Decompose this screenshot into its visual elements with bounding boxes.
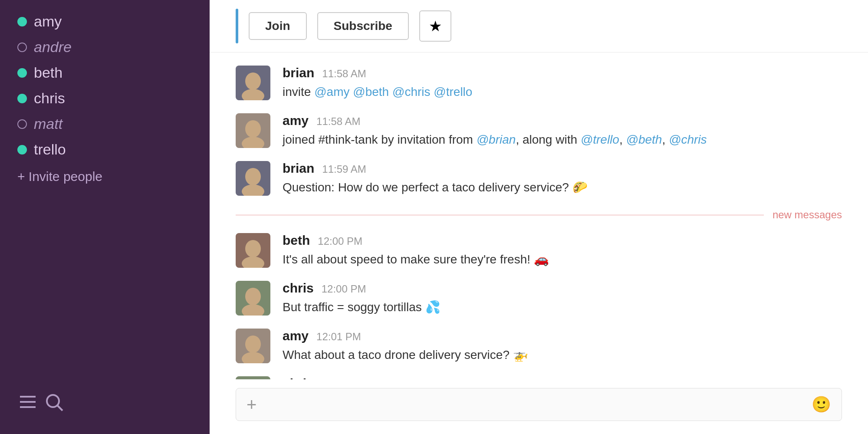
message-header: amy12:01 PM	[283, 329, 842, 343]
message-author: amy	[283, 329, 309, 343]
svg-point-9	[245, 120, 261, 138]
message-time: 11:59 AM	[322, 163, 366, 175]
avatar	[236, 329, 270, 363]
andre-status-dot	[17, 43, 27, 52]
message-header: brian11:59 AM	[283, 161, 842, 176]
message-author: chris	[283, 281, 314, 296]
message-row: amy12:01 PMWhat about a taco drone deliv…	[236, 329, 842, 364]
amy-status-dot	[17, 17, 27, 26]
message-time: 12:02 PM	[322, 378, 366, 379]
sidebar-footer	[0, 378, 210, 425]
message-header: beth12:00 PM	[283, 233, 842, 248]
svg-rect-23	[236, 376, 270, 379]
message-text: joined #think-tank by invitation from @b…	[283, 131, 842, 149]
sidebar-item-matt[interactable]: matt	[0, 111, 210, 137]
new-messages-label: new messages	[773, 209, 842, 221]
svg-point-6	[245, 72, 261, 90]
mention-trello: @trello	[581, 133, 619, 146]
sidebar-item-amy[interactable]: amy	[0, 9, 210, 34]
avatar	[236, 113, 270, 148]
message-text: But traffic = soggy tortillas 💦	[283, 298, 842, 316]
sidebar-item-andre[interactable]: andre	[0, 34, 210, 60]
message-content: brian11:58 AMinvite @amy @beth @chris @t…	[283, 66, 842, 101]
svg-line-4	[58, 406, 62, 411]
mention-beth: @beth	[353, 85, 389, 99]
channel-divider	[236, 9, 238, 43]
menu-search-icon[interactable]	[17, 391, 192, 412]
avatar	[236, 66, 270, 100]
matt-status-dot	[17, 119, 27, 129]
chris-label: chris	[34, 90, 65, 107]
message-author: chris	[283, 376, 314, 379]
svg-point-15	[245, 240, 261, 257]
mention-chris: @chris	[392, 85, 431, 99]
mention-chris: @chris	[669, 133, 707, 146]
mention-beth: @beth	[626, 133, 662, 146]
message-content: chris12:00 PMBut traffic = soggy tortill…	[283, 281, 842, 316]
matt-label: matt	[34, 115, 62, 132]
message-header: chris12:00 PM	[283, 281, 842, 296]
svg-point-3	[47, 395, 59, 407]
message-input-area: + 🙂	[210, 379, 868, 434]
emoji-button[interactable]: 🙂	[812, 395, 831, 414]
star-button[interactable]: ★	[419, 10, 451, 42]
message-time: 12:00 PM	[318, 235, 362, 247]
message-header: chris12:02 PM	[283, 376, 842, 379]
message-author: amy	[283, 113, 309, 128]
mention-trello: @trello	[434, 85, 472, 99]
main-content: Join Subscribe ★ brian11:58 AMinvite @am…	[210, 0, 868, 434]
new-messages-divider: new messages	[236, 209, 842, 221]
trello-label: trello	[34, 141, 66, 158]
sidebar-item-chris[interactable]: chris	[0, 85, 210, 111]
avatar	[236, 376, 270, 379]
subscribe-button[interactable]: Subscribe	[317, 12, 409, 40]
message-input[interactable]	[267, 398, 801, 411]
chris-status-dot	[17, 94, 27, 103]
svg-point-21	[245, 335, 261, 353]
svg-point-18	[245, 288, 261, 305]
message-time: 12:00 PM	[322, 283, 366, 295]
message-row: chris12:00 PMBut traffic = soggy tortill…	[236, 281, 842, 316]
input-box: + 🙂	[236, 388, 842, 421]
message-author: beth	[283, 233, 310, 248]
channel-header: Join Subscribe ★	[210, 0, 868, 53]
amy-label: amy	[34, 13, 62, 30]
sidebar-item-beth[interactable]: beth	[0, 60, 210, 85]
message-text: Question: How do we perfect a taco deliv…	[283, 178, 842, 197]
message-content: brian11:59 AMQuestion: How do we perfect…	[283, 161, 842, 197]
message-row: brian11:59 AMQuestion: How do we perfect…	[236, 161, 842, 197]
svg-point-12	[245, 168, 261, 185]
join-button[interactable]: Join	[249, 12, 307, 40]
message-header: brian11:58 AM	[283, 66, 842, 80]
message-time: 12:01 PM	[316, 331, 361, 343]
sidebar-items: amyandrebethchrismatttrello	[0, 9, 210, 162]
message-author: brian	[283, 161, 314, 176]
attach-button[interactable]: +	[247, 396, 256, 413]
message-content: amy12:01 PMWhat about a taco drone deliv…	[283, 329, 842, 364]
message-row: amy11:58 AMjoined #think-tank by invitat…	[236, 113, 842, 149]
divider-line	[236, 215, 764, 215]
andre-label: andre	[34, 39, 72, 56]
message-text: It's all about speed to make sure they'r…	[283, 250, 842, 269]
message-content: beth12:00 PMIt's all about speed to make…	[283, 233, 842, 269]
sidebar: amyandrebethchrismatttrello + Invite peo…	[0, 0, 210, 434]
avatar	[236, 233, 270, 268]
avatar	[236, 161, 270, 196]
messages-area: brian11:58 AMinvite @amy @beth @chris @t…	[210, 53, 868, 379]
message-row: chris12:02 PMLove it! Taco drone deliver…	[236, 376, 842, 379]
message-row: beth12:00 PMIt's all about speed to make…	[236, 233, 842, 269]
invite-people-label: + Invite people	[17, 169, 102, 184]
message-author: brian	[283, 66, 314, 80]
message-row: brian11:58 AMinvite @amy @beth @chris @t…	[236, 66, 842, 101]
message-content: amy11:58 AMjoined #think-tank by invitat…	[283, 113, 842, 149]
message-time: 11:58 AM	[322, 68, 366, 80]
beth-status-dot	[17, 68, 27, 78]
sidebar-item-trello[interactable]: trello	[0, 137, 210, 162]
message-text: What about a taco drone delivery service…	[283, 346, 842, 364]
message-header: amy11:58 AM	[283, 113, 842, 128]
beth-label: beth	[34, 64, 62, 81]
invite-people-button[interactable]: + Invite people	[0, 162, 210, 191]
trello-status-dot	[17, 145, 27, 155]
message-text: invite @amy @beth @chris @trello	[283, 83, 842, 101]
mention-amy: @amy	[314, 85, 349, 99]
